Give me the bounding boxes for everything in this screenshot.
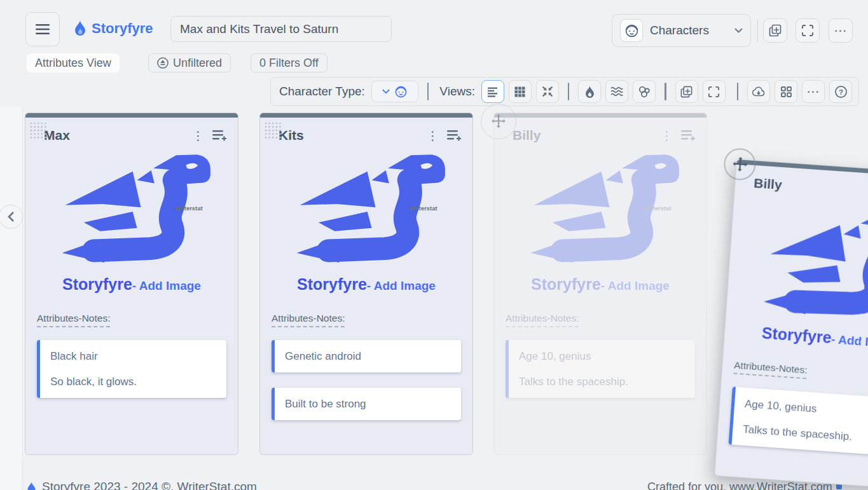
add-image-caption[interactable]: Storyfyre- Add Image	[494, 275, 706, 294]
fullscreen-icon	[801, 24, 814, 37]
character-name[interactable]: Billy	[513, 128, 653, 143]
toolbar-more-button[interactable]: ⋯	[802, 80, 825, 103]
cluster-view-button[interactable]	[633, 80, 656, 103]
flame-icon	[74, 20, 86, 37]
duplicate-add-view-button[interactable]	[675, 80, 698, 103]
fullscreen-view-button[interactable]	[703, 80, 726, 103]
notes-list: Age 10, geniusTalks to the spaceship.	[506, 340, 695, 398]
character-image-placeholder[interactable]: Writerstat	[43, 152, 221, 271]
project-title: Max and Kits Travel to Saturn	[180, 22, 338, 36]
brand-logo[interactable]: Storyfyre	[74, 20, 153, 37]
character-name[interactable]: Billy	[754, 175, 868, 200]
flame-view-button[interactable]	[578, 80, 601, 103]
hamburger-icon	[35, 24, 50, 35]
character-image-placeholder[interactable]: Writerstat	[511, 152, 689, 271]
attribute-note[interactable]: Built to be strong	[272, 388, 461, 420]
add-note-icon[interactable]	[446, 128, 462, 142]
cloud-download-icon	[752, 86, 766, 97]
chevron-left-icon	[7, 211, 15, 222]
character-image-placeholder[interactable]: Writerstat	[743, 200, 868, 331]
character-name[interactable]: Kits	[279, 128, 419, 143]
dragon-placeholder-image: Writerstat	[277, 152, 455, 271]
duplicate-plus-icon	[680, 85, 693, 99]
left-rail	[0, 107, 23, 490]
menu-button[interactable]	[25, 12, 60, 46]
note-text: Talks to the spaceship.	[743, 423, 868, 447]
grid-view-button[interactable]	[509, 80, 532, 103]
views-label: Views:	[439, 85, 475, 99]
add-note-icon[interactable]	[680, 128, 696, 142]
character-card[interactable]: Max ⋮ Writerstat Storyfyre- Add Image At…	[25, 112, 238, 455]
more-options-button[interactable]: ⋯	[829, 18, 853, 43]
attributes-notes-label[interactable]: Attributes-Notes:	[506, 313, 579, 327]
help-button[interactable]: ?	[829, 80, 852, 103]
toolbar-divider	[665, 83, 666, 100]
waves-icon	[610, 86, 623, 97]
character-card[interactable]: Billy ⋮ Writerstat Storyfyre- Add Image …	[714, 159, 868, 490]
kebab-menu-icon[interactable]: ⋮	[192, 130, 204, 142]
cloud-download-button[interactable]	[747, 80, 770, 103]
brand-name: Storyfyre	[92, 20, 153, 37]
list-view-button[interactable]	[481, 80, 504, 103]
attribute-note[interactable]: Age 10, geniusTalks to the spaceship.	[729, 386, 868, 458]
card-color-bar	[494, 113, 706, 118]
filter-state-label: Unfiltered	[173, 57, 222, 70]
image-watermark: Writerstat	[410, 205, 438, 212]
kebab-menu-icon[interactable]: ⋮	[427, 130, 439, 142]
note-text: Age 10, genius	[744, 397, 868, 422]
character-face-icon	[620, 19, 643, 42]
image-watermark: Writerstat	[175, 205, 203, 212]
filter-state-chip[interactable]: Unfiltered	[148, 53, 231, 72]
character-type-label: Character Type:	[279, 85, 365, 99]
character-card[interactable]: Kits ⋮ Writerstat Storyfyre- Add Image A…	[259, 112, 473, 455]
notes-list: Black hairSo black, it glows.	[37, 340, 226, 398]
attributes-notes-label[interactable]: Attributes-Notes:	[733, 360, 808, 379]
add-image-caption[interactable]: Storyfyre- Add Image	[25, 275, 238, 294]
collection-dropdown[interactable]: Characters	[612, 14, 751, 47]
notes-list: Genetic android Built to be strong	[272, 340, 461, 420]
character-name[interactable]: Max	[44, 128, 184, 143]
add-image-label: - Add Image	[601, 279, 670, 292]
dragon-placeholder-image: Writerstat	[511, 152, 689, 271]
eject-icon	[157, 57, 169, 69]
apps-grid-button[interactable]	[775, 80, 797, 103]
placeholder-brand-text: Storyfyre	[531, 275, 601, 293]
note-text: Age 10, genius	[519, 350, 685, 363]
fullscreen-button[interactable]	[796, 18, 820, 43]
add-image-caption[interactable]: Storyfyre- Add Image	[260, 275, 472, 294]
kebab-menu-icon[interactable]: ⋮	[661, 130, 673, 142]
add-image-caption[interactable]: Storyfyre- Add Image	[724, 321, 868, 354]
attribute-note[interactable]: Genetic android	[272, 340, 461, 372]
character-type-dropdown[interactable]	[371, 81, 418, 102]
attributes-notes-label[interactable]: Attributes-Notes:	[37, 313, 110, 327]
attributes-notes-label[interactable]: Attributes-Notes:	[272, 313, 345, 327]
filters-count-chip[interactable]: 0 Filters Off	[251, 53, 327, 72]
move-handle[interactable]	[481, 104, 516, 139]
attribute-note[interactable]: Age 10, geniusTalks to the spaceship.	[506, 340, 695, 398]
note-text: Talks to the spaceship.	[519, 375, 685, 388]
note-text: Built to be strong	[285, 397, 451, 411]
attribute-note[interactable]: Black hairSo black, it glows.	[37, 340, 226, 398]
project-title-input[interactable]: Max and Kits Travel to Saturn	[170, 16, 392, 42]
add-note-icon[interactable]	[212, 128, 228, 142]
drag-dots-handle[interactable]	[263, 121, 282, 140]
waves-view-button[interactable]	[605, 80, 628, 103]
filters-count-label: 0 Filters Off	[259, 57, 319, 70]
chevron-down-icon	[382, 89, 390, 94]
add-image-label: - Add Image	[831, 332, 868, 350]
compress-icon	[541, 85, 554, 98]
view-mode-chip[interactable]: Attributes View	[27, 53, 120, 72]
svg-text:?: ?	[839, 88, 843, 95]
character-image-placeholder[interactable]: Writerstat	[277, 152, 455, 271]
drag-dots-handle[interactable]	[29, 121, 48, 140]
duplicate-add-button[interactable]	[763, 18, 787, 43]
compress-view-button[interactable]	[536, 80, 559, 103]
grid-view-icon	[514, 86, 526, 98]
add-image-label: - Add Image	[132, 279, 201, 292]
card-color-bar	[25, 113, 238, 118]
add-image-label: - Add Image	[367, 279, 436, 292]
view-mode-label: Attributes View	[35, 57, 111, 70]
duplicate-plus-icon	[768, 24, 782, 37]
character-card[interactable]: Billy ⋮ Writerstat Storyfyre- Add Image …	[493, 112, 707, 455]
card-color-bar	[260, 113, 472, 118]
